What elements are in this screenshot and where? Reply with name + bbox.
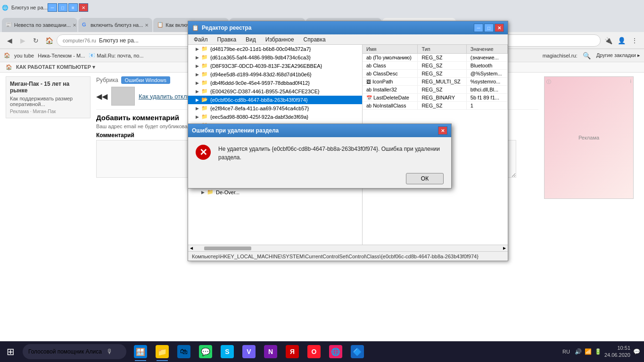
microphone-icon[interactable]: 🎙 (107, 348, 113, 355)
language-indicator[interactable]: RU (561, 349, 572, 354)
error-line2: раздела. (218, 153, 440, 162)
browser-close[interactable]: ✕ (79, 3, 88, 12)
back-button[interactable]: ◀ (4, 35, 15, 46)
tab2-close[interactable]: ✕ (145, 23, 149, 28)
browser-maximize[interactable]: □ (58, 3, 67, 12)
taskbar-apps: 🪟 📁 🛍 💬 S V N Я O 🌐 🔷 (130, 341, 557, 362)
menu-help[interactable]: Справка (300, 35, 330, 44)
folder-icon-4: 📁 (201, 80, 209, 86)
taskbar-app-store[interactable]: 🪟 (130, 341, 151, 362)
menu-favorites[interactable]: Избранное (262, 35, 298, 44)
volume-icon[interactable]: 🔊 (575, 348, 582, 355)
tree-item-0[interactable]: ▶ 📁 {d48179be-ec20-11d1-b6b8-00c04fa372a… (188, 45, 362, 53)
taskbar-clock[interactable]: 10:51 24.06.2020 (604, 345, 630, 359)
taskbar-app-skype[interactable]: S (217, 341, 238, 362)
tree-item-4[interactable]: ▶ 📁 {db4f6ddd-9c0e-45e4-9597-78dbbad0f41… (188, 79, 362, 87)
table-row[interactable]: abClassDesc REG_SZ @%System... (363, 70, 508, 78)
battery-icon[interactable]: 🔋 (594, 348, 602, 355)
taskbar-app-whatsapp[interactable]: 💬 (195, 341, 216, 362)
taskbar-app-onenote[interactable]: N (260, 341, 281, 362)
tag-windows-errors[interactable]: Ошибки Windows (121, 76, 170, 84)
menu-edit[interactable]: Правка (214, 35, 240, 44)
tab1-favicon: 📰 (6, 22, 12, 28)
row0-icon: ab (366, 55, 372, 60)
hscroll-left[interactable]: ◀ (188, 245, 195, 251)
table-row[interactable]: 📅LastDeleteDate REG_BINARY 5b f1 89 f1..… (363, 94, 508, 102)
hscroll-track[interactable] (195, 245, 501, 251)
profile-button[interactable]: 👤 (616, 35, 627, 46)
bookmark-mail-label: Mail.Ru: почта, по... (97, 53, 143, 58)
bookmark-mail[interactable]: 📧 Mail.Ru: почта, по... (89, 52, 143, 58)
globe-icon: 🌐 (329, 345, 342, 358)
regedit-maximize[interactable]: □ (484, 24, 494, 32)
refresh-button[interactable]: ↻ (30, 35, 41, 46)
tree-item-7[interactable]: ▶ 📁 {e2f84ce7-8efa-411c-aa69-97454ca4cb5… (188, 104, 362, 113)
tab1-close[interactable]: ✕ (73, 23, 76, 28)
msstore-icon: 🛍 (177, 345, 190, 358)
bookmark-magia[interactable]: magiachisel.ru: (543, 53, 578, 58)
regedit-close[interactable]: ✕ (495, 24, 504, 32)
bookmark-youtube[interactable]: you tube (14, 53, 34, 58)
search-button[interactable]: 🔍 (581, 50, 593, 61)
table-row[interactable]: ab(По умолчанию) REG_SZ (значение... (363, 54, 508, 62)
bookmark-nika-label: Ника-Телеком - М... (38, 53, 85, 58)
row6-value: 1 (466, 102, 507, 110)
ok-button[interactable]: ОК (406, 173, 444, 184)
tab-2[interactable]: G включить блютуз на... ✕ (78, 18, 152, 32)
row6-icon: ab (366, 103, 372, 108)
tree-item-5[interactable]: ▶ 📁 {E004269C-D387-4461-B955-25A64CFE23C… (188, 87, 362, 96)
menu-file[interactable]: Файл (190, 35, 212, 44)
menu-view[interactable]: Вид (242, 35, 260, 44)
row1-value: Bluetooth (466, 62, 507, 70)
tab-1[interactable]: 📰 Невеста по завещани... ✕ (2, 18, 77, 32)
extensions-button[interactable]: 🔌 (603, 35, 614, 46)
error-close-button[interactable]: ✕ (438, 126, 447, 135)
taskbar-search[interactable]: Голосовой помощник Алиса 🎙 (23, 344, 126, 359)
error-dialog-footer: ОК (188, 169, 451, 188)
home-button[interactable]: 🏠 (43, 35, 55, 46)
regedit-window-icon: 📋 (192, 25, 199, 31)
tree-item-6[interactable]: ▶ 📂 {e0cbf06c-cd8b-4647-bb8a-263b43f0f97… (188, 96, 362, 104)
row4-value: bthci.dll,Bl... (466, 86, 507, 94)
table-row[interactable]: abInstaller32 REG_SZ bthci.dll,Bl... (363, 86, 508, 94)
row2-name: ClassDesc (373, 71, 398, 76)
browser-minimize[interactable]: ─ (48, 3, 57, 12)
browser-settings[interactable]: ≡ (68, 3, 78, 12)
taskbar-app-opera[interactable]: O (304, 341, 324, 362)
regedit-hscroll[interactable]: ◀ ▶ (188, 245, 508, 251)
taskbar-app-msstore[interactable]: 🛍 (173, 341, 194, 362)
tree-item-3[interactable]: ▶ 📁 {d94ee5d8-d189-4994-83d2-f68d7d41b0e… (188, 70, 362, 79)
error-icon: ✕ (196, 145, 211, 160)
taskbar-app-explorer[interactable]: 📁 (152, 341, 173, 362)
regedit-minimize[interactable]: ─ (474, 24, 483, 32)
tree-label-2: {D8F93C3F-0DCD-4039-813F-23EA296EBBEA} (210, 63, 322, 69)
col-name: Имя (363, 45, 418, 54)
tree-item-1[interactable]: ▶ 📁 {d61ca365-5af4-4486-998b-9db4734c6ca… (188, 53, 362, 62)
settings-button[interactable]: ⋮ (629, 35, 640, 46)
tree-item-8[interactable]: ▶ 📁 {eec5ad98-8080-425f-922a-dabf3de3f69… (188, 113, 362, 121)
taskbar-app-globe[interactable]: 🌐 (325, 341, 346, 362)
hscroll-right[interactable]: ▶ (501, 245, 508, 251)
row5-value: 5b f1 89 f1... (466, 94, 507, 102)
table-row[interactable]: 🖼IconPath REG_MULTI_SZ %systemro... (363, 78, 508, 86)
table-row[interactable]: abNoInstallClass REG_SZ 1 (363, 102, 508, 110)
hscroll-thumb[interactable] (204, 247, 251, 250)
network-icon[interactable]: 📶 (585, 348, 592, 355)
tree-item-2[interactable]: ▶ 📁 {D8F93C3F-0DCD-4039-813F-23EA296EBBE… (188, 62, 362, 70)
start-button[interactable]: ⊞ (0, 341, 21, 362)
taskbar-app-yandex[interactable]: Я (282, 341, 303, 362)
table-row[interactable]: abClass REG_SZ Bluetooth (363, 62, 508, 70)
bookmark-nika[interactable]: Ника-Телеком - М... (38, 53, 85, 58)
notification-icon[interactable]: 💬 (633, 348, 640, 355)
tree-label-3: {d94ee5d8-d189-4994-83d2-f68d7d41b0e6} (210, 72, 312, 77)
tree-bottom-6[interactable]: ▶ 📁 De-Over... (188, 188, 362, 197)
error-dialog-body: ✕ Не удается удалить {e0cbf06c-cd8b-4647… (188, 137, 451, 169)
bookmark-others[interactable]: Другие закладки ▸ (596, 52, 640, 58)
row5-icon: 📅 (366, 95, 372, 100)
taskbar-app-bluetooth[interactable]: 🔷 (347, 341, 368, 362)
forward-button[interactable]: ▶ (17, 35, 28, 46)
bookmark-home[interactable]: 🏠 (4, 52, 10, 58)
taskbar-app-viber[interactable]: V (239, 341, 259, 362)
store-icon: 🪟 (134, 345, 147, 358)
breadcrumb[interactable]: КАК РАБОТАЕТ КОМПЬЮТЕР ▾ (16, 64, 95, 70)
